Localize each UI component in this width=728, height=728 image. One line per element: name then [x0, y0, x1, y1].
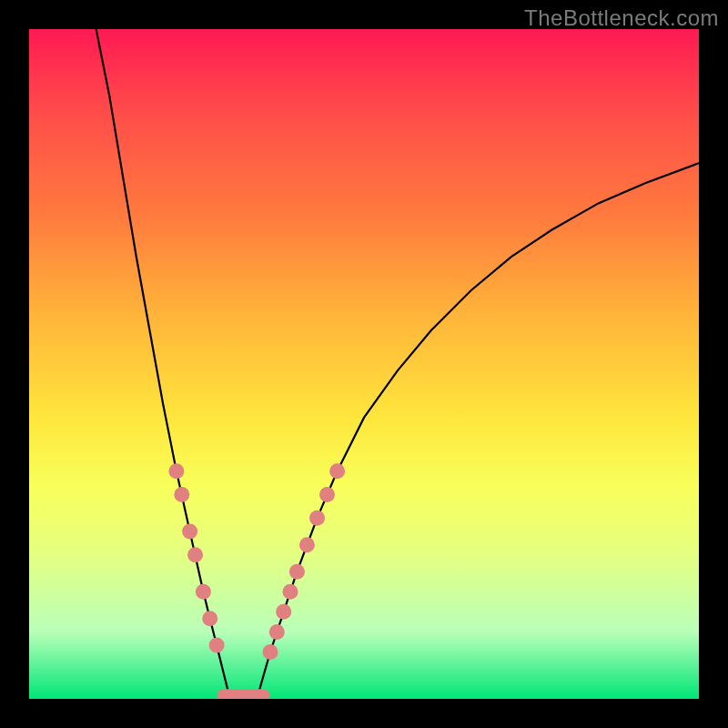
- highlight-dot: [182, 524, 197, 540]
- highlight-dot: [319, 487, 335, 502]
- highlight-dot: [209, 638, 225, 653]
- curve-right-branch: [257, 163, 699, 699]
- highlight-dot: [276, 604, 291, 620]
- highlight-dot: [283, 584, 298, 600]
- highlight-dots-right: [263, 463, 346, 660]
- curve-left-branch: [96, 29, 230, 699]
- highlight-dot: [202, 611, 217, 626]
- highlight-dot: [289, 564, 305, 580]
- highlight-dot: [269, 624, 285, 640]
- highlight-dot: [309, 511, 325, 526]
- highlight-dot: [168, 463, 184, 479]
- chart-plot-area: [29, 29, 699, 699]
- highlight-dot: [187, 547, 203, 562]
- highlight-dots-left: [168, 463, 224, 652]
- highlight-dot: [299, 537, 315, 552]
- highlight-dot: [329, 463, 345, 479]
- watermark-text: TheBottleneck.com: [524, 5, 719, 31]
- highlight-dot: [263, 644, 278, 660]
- highlight-dot: [174, 487, 189, 502]
- highlight-dot: [196, 584, 211, 600]
- chart-svg: [29, 29, 699, 699]
